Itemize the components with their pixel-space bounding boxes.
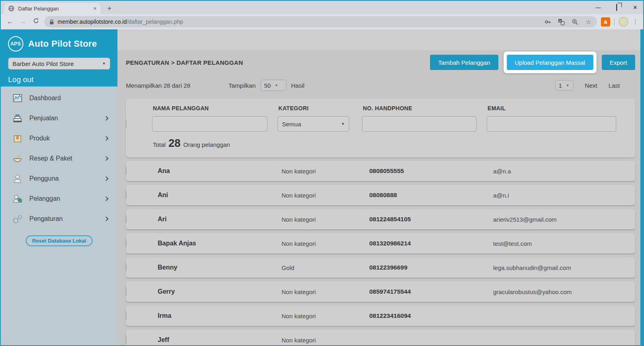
customer-name: Bapak Anjas — [152, 240, 278, 247]
sidebar-item-resep-paket[interactable]: Resep & Paket — [1, 148, 117, 169]
new-tab-button[interactable]: + — [105, 4, 114, 14]
customer-email: gracularobustus@yahoo.com — [487, 288, 635, 295]
customer-phone: 081320986214 — [362, 240, 487, 247]
customer-kategori: Non kategori — [278, 216, 362, 223]
mortar-pestle-icon — [12, 153, 23, 164]
table-row: Bapak Anjas Non kategori 081320986214 te… — [126, 233, 635, 253]
sidebar-item-dashboard[interactable]: Dashboard — [1, 88, 117, 108]
sidebar-item-pengaturan[interactable]: Pengaturan — [1, 209, 117, 229]
password-key-icon[interactable] — [544, 18, 551, 25]
zoom-icon[interactable] — [571, 18, 578, 25]
sidebar-item-pelanggan[interactable]: Pelanggan — [1, 189, 117, 209]
customer-phone: 081224854105 — [362, 216, 487, 223]
sidebar-item-pengguna[interactable]: Pengguna — [1, 169, 117, 189]
row-checkbox[interactable] — [126, 312, 127, 319]
header-actions: Tambah Pelanggan Upload Pelanggan Massal… — [430, 51, 635, 73]
filter-handphone-input[interactable] — [362, 116, 477, 132]
row-checkbox[interactable] — [126, 288, 127, 295]
customer-phone: 081223416094 — [362, 312, 487, 319]
row-checkbox[interactable] — [126, 264, 127, 271]
customer-name: Jeff — [152, 336, 278, 344]
showing-count-text: Menampilkan 28 dari 28 — [126, 82, 228, 89]
customer-kategori: Gold — [278, 264, 362, 271]
gears-icon — [12, 214, 23, 224]
forward-icon[interactable]: → — [19, 18, 27, 26]
customer-kategori: Non kategori — [278, 192, 362, 199]
bookmark-star-icon[interactable]: ☆ — [585, 18, 592, 25]
restore-icon[interactable] — [613, 4, 621, 10]
results-label: Hasil — [291, 82, 305, 89]
back-icon[interactable]: ← — [6, 18, 14, 26]
translate-icon[interactable]: A — [558, 18, 565, 25]
refresh-icon[interactable] — [31, 17, 40, 26]
page-size-label: Tampilkan — [228, 82, 256, 89]
table-row: Jeff Non kategori — [126, 330, 635, 346]
page-number-select[interactable]: 1 ▼ — [555, 80, 574, 91]
filter-kategori-select[interactable]: Semua ▼ — [278, 116, 349, 132]
url-path: /daftar_pelanggan.php — [127, 19, 183, 25]
customer-email: lega.subhanudin@gmail.com — [487, 264, 635, 271]
browser-toolbar: ← → member.autopilotstore.co.id/daftar_p… — [1, 14, 643, 29]
total-count: 28 — [169, 137, 181, 150]
vertical-scrollbar[interactable] — [640, 29, 643, 345]
chevron-down-icon: ▼ — [102, 62, 106, 66]
filter-email-input[interactable] — [487, 116, 616, 132]
extension-icon[interactable]: a — [601, 17, 610, 27]
column-header-email: EMAIL — [487, 105, 635, 111]
sidebar-item-label: Produk — [29, 135, 50, 142]
chevron-right-icon — [104, 216, 108, 221]
customer-name: Gerry — [152, 288, 278, 295]
globe-icon — [8, 5, 14, 12]
tambah-pelanggan-button[interactable]: Tambah Pelanggan — [430, 55, 498, 70]
sidebar-item-produk[interactable]: Produk — [1, 128, 117, 148]
customer-kategori: Non kategori — [278, 337, 362, 344]
tab-close-icon[interactable]: × — [93, 6, 97, 11]
reset-database-button[interactable]: Reset Database Lokal — [26, 235, 93, 246]
minimize-icon[interactable]: — — [594, 4, 602, 10]
table-row: Ari Non kategori 081224854105 arieriv251… — [126, 209, 635, 229]
export-button[interactable]: Export — [602, 55, 635, 70]
page-size-value: 50 — [264, 82, 271, 89]
cash-register-icon — [12, 113, 23, 124]
customer-icon — [12, 194, 23, 204]
user-icon — [12, 173, 23, 184]
sidebar-item-label: Pengaturan — [29, 215, 63, 222]
row-checkbox[interactable] — [126, 336, 127, 344]
chevron-right-icon — [104, 136, 108, 140]
customer-kategori: Non kategori — [278, 313, 362, 319]
sidebar-item-label: Pelanggan — [29, 195, 60, 202]
row-checkbox[interactable] — [126, 239, 127, 247]
customer-name: Irma — [152, 312, 278, 319]
customer-list: Ana Non kategori 0808055555 a@n.a Ani No… — [126, 161, 635, 346]
row-checkbox[interactable] — [126, 167, 127, 175]
profile-avatar[interactable] — [619, 17, 628, 27]
row-checkbox[interactable] — [126, 215, 127, 223]
omnibox-icons: A ☆ — [544, 18, 592, 25]
last-page-link[interactable]: Last — [609, 82, 620, 89]
dashboard-chart-icon — [12, 93, 23, 104]
chevron-down-icon: ▼ — [341, 122, 345, 126]
sidebar-item-penjualan[interactable]: Penjualan — [1, 108, 117, 128]
brand-title: Auto Pilot Store — [28, 39, 97, 49]
browser-tab[interactable]: Daftar Pelanggan × — [4, 3, 101, 14]
select-all-checkbox[interactable] — [126, 120, 127, 128]
page-size-select[interactable]: 50 ▼ — [261, 80, 286, 91]
main-content: PENGATURAN > DAFTAR PELANGGAN Tambah Pel… — [117, 29, 643, 345]
table-row: Ani Non kategori 08080888 a@n.i — [126, 185, 635, 205]
url-text: member.autopilotstore.co.id/daftar_pelan… — [58, 19, 183, 25]
browser-menu-icon[interactable]: ⋮ — [632, 18, 638, 25]
chevron-down-icon: ▼ — [566, 84, 569, 87]
customer-email: test@test.com — [487, 240, 635, 247]
address-bar[interactable]: member.autopilotstore.co.id/daftar_pelan… — [44, 16, 597, 27]
filter-nama-input[interactable] — [152, 116, 267, 132]
close-window-icon[interactable]: ✕ — [631, 4, 639, 10]
chevron-right-icon — [104, 196, 108, 201]
row-checkbox[interactable] — [126, 191, 127, 199]
upload-pelanggan-massal-button[interactable]: Upload Pelanggan Massal — [507, 55, 593, 70]
customer-name: Benny — [152, 264, 278, 271]
store-select[interactable]: Barber Auto Pilot Store ▼ — [8, 58, 110, 70]
product-box-icon — [12, 133, 23, 144]
sidebar-item-label: Penjualan — [29, 115, 58, 122]
next-page-link[interactable]: Next — [585, 82, 597, 89]
logout-link[interactable]: Log out — [8, 75, 110, 84]
